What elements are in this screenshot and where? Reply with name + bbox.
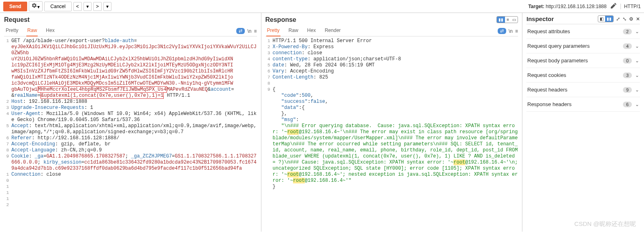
layout-combined-icon[interactable]: ▭ <box>511 17 518 23</box>
settings-dropdown-button[interactable]: ▾ <box>29 1 43 11</box>
edit-target-icon[interactable] <box>608 3 619 10</box>
next-dropdown[interactable]: ▾ <box>103 2 111 11</box>
expand-icon[interactable]: ⤢ <box>616 16 620 22</box>
response-tabs: PrettyRawHexRender <box>265 26 342 36</box>
tab-hex[interactable]: Hex <box>306 26 317 36</box>
tab-pretty[interactable]: Pretty <box>266 26 280 36</box>
next-button[interactable]: > <box>93 2 102 11</box>
cancel-button[interactable]: Cancel <box>44 2 71 11</box>
count-badge: 9 <box>623 87 632 93</box>
close-icon[interactable]: ✕ <box>636 16 640 22</box>
inspector-row[interactable]: Request cookies3⌄ <box>526 68 640 83</box>
protocol-label: HTTP/1 <box>620 4 641 9</box>
toolbar: Send ▾ Cancel < ▾ > ▾ Target: http://192… <box>0 0 644 13</box>
tab-pretty[interactable]: Pretty <box>5 26 19 36</box>
inspector-title: Inspector <box>526 15 595 22</box>
inspector-row[interactable]: Request attributes2⌄ <box>526 24 640 39</box>
inspector-layout-toggle[interactable]: ◧ ▮▮ <box>598 15 614 22</box>
chevron-down-icon: ⌄ <box>635 72 639 78</box>
gear-icon <box>32 3 37 9</box>
newline-toggle[interactable]: \n <box>247 28 251 34</box>
prev-dropdown[interactable]: ▾ <box>83 2 92 11</box>
inspector-pane: Inspector ◧ ▮▮ ⤢ ⤡ ⚙ ✕ Request attribute… <box>522 13 644 232</box>
request-action-chip[interactable]: ⇄ <box>236 28 245 34</box>
request-title: Request <box>4 16 257 23</box>
count-badge: 6 <box>623 102 632 107</box>
inspector-row-label: Request attributes <box>527 28 623 34</box>
inspector-row-label: Request cookies <box>527 72 623 78</box>
chevron-down-icon: ⌄ <box>635 58 639 64</box>
response-layout-toggle[interactable]: ▮▮ ≡ ▭ <box>496 16 518 23</box>
layout-horizontal-icon[interactable]: ▮▮ <box>497 17 505 23</box>
response-newline-toggle[interactable]: \n <box>509 28 513 34</box>
response-menu[interactable]: ≡ <box>515 28 518 34</box>
collapse-icon[interactable]: ⤡ <box>623 16 627 22</box>
count-badge: 0 <box>623 58 632 64</box>
inspector-row[interactable]: Request headers9⌄ <box>526 83 640 97</box>
request-editor[interactable]: 1GET /api/blade-user/export-user?blade-a… <box>4 36 257 232</box>
inspector-row[interactable]: Response headers6⌄ <box>526 97 640 112</box>
response-pane: ▮▮ ≡ ▭ Response PrettyRawHexRender ⇄ \n … <box>261 13 523 232</box>
chevron-down-icon: ⌄ <box>635 102 639 107</box>
count-badge: 4 <box>623 43 632 49</box>
chevron-down-icon: ⌄ <box>635 29 639 34</box>
pencil-icon <box>611 3 616 9</box>
layout-left-icon[interactable]: ◧ <box>598 16 605 22</box>
layout-split-icon[interactable]: ▮▮ <box>605 16 613 22</box>
send-button[interactable]: Send <box>3 2 27 11</box>
tab-render[interactable]: Render <box>324 26 341 36</box>
prev-button[interactable]: < <box>73 2 82 11</box>
inspector-row-label: Request headers <box>527 87 623 93</box>
request-tabs: PrettyRawHex <box>4 26 56 36</box>
tab-raw[interactable]: Raw <box>26 26 38 36</box>
response-viewer[interactable]: 1HTTP/1.1 500 Internal Server Error2X-Po… <box>265 36 518 232</box>
main-split: Request PrettyRawHex ⇄ \n ≡ 1GET /api/bl… <box>0 13 644 232</box>
tab-raw[interactable]: Raw <box>288 26 299 36</box>
count-badge: 3 <box>623 72 632 78</box>
response-title: Response <box>265 16 518 23</box>
target-display: Target: http://192.168.116.128:1888 <box>528 4 606 9</box>
response-action-chip[interactable]: ⇄ <box>498 28 506 34</box>
inspector-row-label: Response headers <box>527 101 623 107</box>
chevron-down-icon: ⌄ <box>635 43 639 49</box>
inspector-row-label: Request body parameters <box>527 57 623 64</box>
request-menu[interactable]: ≡ <box>254 28 257 34</box>
chevron-down-icon: ⌄ <box>635 87 639 93</box>
request-pane: Request PrettyRawHex ⇄ \n ≡ 1GET /api/bl… <box>0 13 261 232</box>
inspector-gear-icon[interactable]: ⚙ <box>629 16 633 22</box>
tab-hex[interactable]: Hex <box>45 26 55 36</box>
layout-vertical-icon[interactable]: ≡ <box>505 17 511 23</box>
inspector-row-label: Request query parameters <box>527 43 623 49</box>
inspector-row[interactable]: Request body parameters0⌄ <box>526 53 640 68</box>
count-badge: 2 <box>623 29 632 34</box>
inspector-row[interactable]: Request query parameters4⌄ <box>526 39 640 53</box>
